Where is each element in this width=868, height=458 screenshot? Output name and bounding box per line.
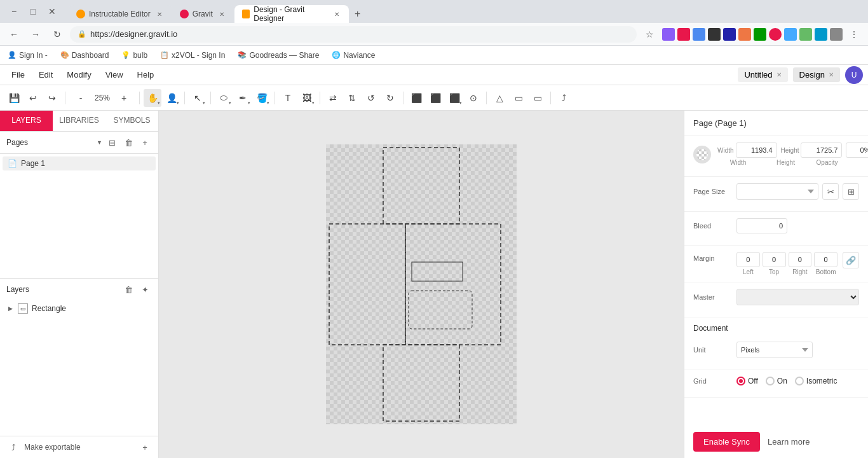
add-exportable-btn[interactable]: + xyxy=(138,440,152,454)
refresh-btn[interactable]: ↻ xyxy=(48,25,66,43)
distribute-tool[interactable]: ⬛ xyxy=(445,89,463,107)
tab-gravit[interactable]: Gravit ✕ xyxy=(172,5,234,23)
delete-page-btn[interactable]: 🗑 xyxy=(121,135,135,149)
tab-close-2[interactable]: ✕ xyxy=(217,9,227,19)
ext-icon-3[interactable] xyxy=(693,28,705,41)
align-center-tool[interactable]: ⬛ xyxy=(426,89,444,107)
grid-on-option[interactable]: On xyxy=(766,377,787,385)
delete-layer-btn[interactable]: 🗑 xyxy=(121,282,135,296)
scissors-icon[interactable]: ✂ xyxy=(822,183,839,200)
maximize-btn[interactable]: □ xyxy=(24,3,42,20)
ext-icon-6[interactable] xyxy=(738,28,751,41)
user-avatar[interactable]: U xyxy=(845,66,863,84)
hand-tool[interactable]: ✋ xyxy=(144,89,161,107)
margin-bottom-input[interactable] xyxy=(814,252,837,267)
new-tab-button[interactable]: + xyxy=(349,5,367,23)
opacity-input[interactable] xyxy=(846,142,868,158)
grid-off-radio[interactable] xyxy=(736,377,745,385)
ext-icon-2[interactable] xyxy=(677,28,690,41)
tab-instructable[interactable]: Instructable Editor ✕ xyxy=(69,5,172,23)
flip-h-tool[interactable]: ⇄ xyxy=(324,89,342,107)
grid-off-option[interactable]: Off xyxy=(736,377,758,385)
bookmark-goodreads[interactable]: 📚 Goodreads — Share xyxy=(235,50,322,61)
bleed-input[interactable] xyxy=(736,218,787,233)
align-left-tool[interactable]: ⬛ xyxy=(407,89,425,107)
grid-isometric-option[interactable]: Isometric xyxy=(795,377,837,385)
ext-icon-7[interactable] xyxy=(754,28,766,41)
forward-btn[interactable]: → xyxy=(27,25,44,43)
margin-right-input[interactable] xyxy=(789,252,812,267)
minimize-btn[interactable]: − xyxy=(5,3,23,20)
ext-icon-10[interactable] xyxy=(799,28,812,41)
add-page-btn[interactable]: + xyxy=(138,135,152,149)
bookmark-x2vol[interactable]: 📋 x2VOL - Sign In xyxy=(158,50,227,61)
master-select[interactable] xyxy=(736,289,859,305)
margin-top-input[interactable] xyxy=(763,252,786,267)
bookmark-naviance[interactable]: 🌐 Naviance xyxy=(329,50,377,61)
tab-layers[interactable]: LAYERS xyxy=(0,111,53,131)
page-item-1[interactable]: 📄 Page 1 xyxy=(3,156,156,170)
bookmark-dashboard[interactable]: 🎨 Dashboard xyxy=(58,50,112,61)
add-layer-btn[interactable]: ✦ xyxy=(138,282,152,296)
boolean-tool[interactable]: ⊙ xyxy=(465,89,482,107)
ext-icon-5[interactable] xyxy=(723,28,736,41)
layer-expand-icon[interactable]: ▶ xyxy=(6,305,14,312)
menu-edit[interactable]: Edit xyxy=(32,67,59,82)
toggle-page-visibility[interactable]: ⊟ xyxy=(105,135,119,149)
unit-select[interactable]: Pixels xyxy=(736,342,813,358)
ext-icon-8[interactable] xyxy=(769,28,782,41)
path-tool-3[interactable]: ▭ xyxy=(529,89,546,107)
tab-libraries[interactable]: LIBRARIES xyxy=(53,111,105,131)
zoom-minus-btn[interactable]: - xyxy=(72,89,90,107)
doc-tab-untitled-close[interactable]: ✕ xyxy=(776,71,782,78)
menu-view[interactable]: View xyxy=(99,67,130,82)
zoom-plus-btn[interactable]: + xyxy=(115,89,133,107)
rotate-cw-tool[interactable]: ↻ xyxy=(381,89,399,107)
profile-tool[interactable]: 👤 xyxy=(163,89,180,107)
color-swatch[interactable] xyxy=(693,146,711,163)
enable-sync-button[interactable]: Enable Sync xyxy=(693,432,760,452)
grid-on-radio[interactable] xyxy=(766,377,775,385)
bookmark-bulb[interactable]: 💡 bulb xyxy=(119,50,150,61)
address-input[interactable]: 🔒 https://designer.gravit.io xyxy=(70,26,637,43)
path-tool-2[interactable]: ▭ xyxy=(510,89,527,107)
tab-close-3[interactable]: ✕ xyxy=(332,9,341,19)
ext-icon-12[interactable] xyxy=(830,28,843,41)
back-btn[interactable]: ← xyxy=(5,25,23,43)
margin-link-icon[interactable]: 🔗 xyxy=(843,252,859,268)
canvas-area[interactable] xyxy=(159,111,684,458)
ext-icon-9[interactable] xyxy=(784,28,797,41)
layer-item-rectangle[interactable]: ▶ ▭ Rectangle xyxy=(0,300,158,317)
text-tool[interactable]: T xyxy=(279,89,297,107)
tab-close-1[interactable]: ✕ xyxy=(154,9,165,19)
flip-v-tool[interactable]: ⇅ xyxy=(343,89,361,107)
grid-isometric-radio[interactable] xyxy=(795,377,804,385)
menu-help[interactable]: Help xyxy=(131,67,161,82)
redo-button[interactable]: ↪ xyxy=(43,89,61,107)
ext-icon-1[interactable] xyxy=(662,28,675,41)
close-btn[interactable]: ✕ xyxy=(43,3,61,20)
star-btn[interactable]: ☆ xyxy=(641,25,658,43)
menu-modify[interactable]: Modify xyxy=(60,67,97,82)
margin-left-input[interactable] xyxy=(736,252,760,267)
ext-icon-11[interactable] xyxy=(815,28,827,41)
tab-design[interactable]: Design - Gravit Designer ✕ xyxy=(234,5,349,23)
export-tool[interactable]: ⤴ xyxy=(555,89,573,107)
pen-tool[interactable]: ✒ xyxy=(234,89,252,107)
width-input[interactable] xyxy=(736,142,777,158)
menu-btn[interactable]: ⋮ xyxy=(845,25,863,43)
path-tool-1[interactable]: △ xyxy=(491,89,508,107)
fill-tool[interactable]: 🪣 xyxy=(253,89,271,107)
doc-tab-design-close[interactable]: ✕ xyxy=(829,71,834,78)
ext-icon-4[interactable] xyxy=(708,28,721,41)
bookmark-signin[interactable]: 👤 Sign In - xyxy=(5,50,50,61)
pages-dropdown-icon[interactable]: ▼ xyxy=(97,139,102,146)
undo-button[interactable]: ↩ xyxy=(24,89,42,107)
shape-tool[interactable]: ⬭ xyxy=(215,89,233,107)
doc-tab-design[interactable]: Design ✕ xyxy=(793,67,840,82)
tab-symbols[interactable]: SYMBOLS xyxy=(105,111,158,131)
image-tool[interactable]: 🖼 xyxy=(298,89,316,107)
rotate-ccw-tool[interactable]: ↺ xyxy=(362,89,380,107)
select-tool[interactable]: ↖ xyxy=(189,89,207,107)
doc-tab-untitled[interactable]: Untitled ✕ xyxy=(738,67,787,82)
